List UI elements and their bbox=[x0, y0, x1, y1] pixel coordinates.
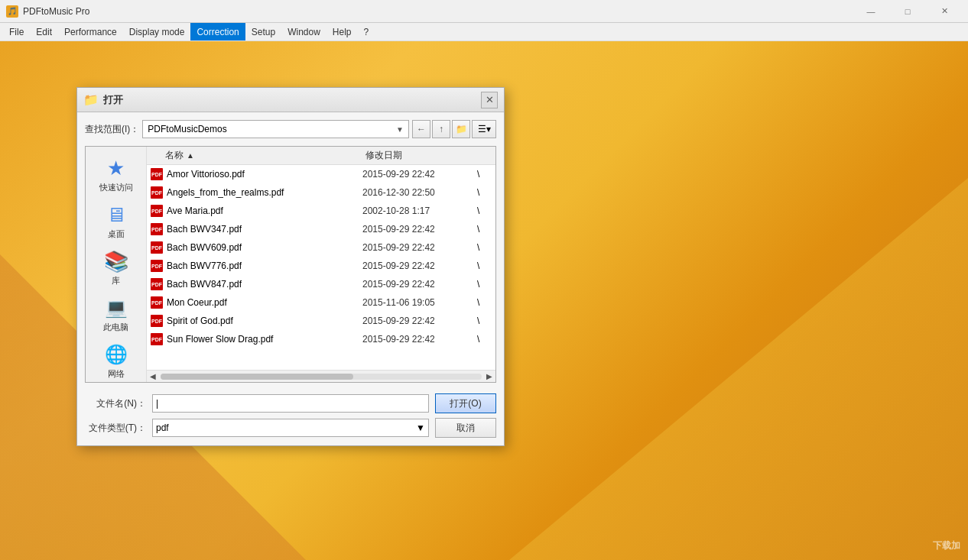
location-label: 查找范围(I)： bbox=[85, 123, 139, 136]
maximize-button[interactable]: □ bbox=[890, 0, 925, 23]
pdf-icon-4: PDF bbox=[150, 241, 164, 254]
desktop: 📁 打开 ✕ 查找范围(I)： PDFtoMusicDemos ▼ ← ↑ 📁 … bbox=[0, 41, 968, 560]
bottom-controls: 文件名(N)： 打开(O) 文件类型(T)： pdf ▼ 取消 bbox=[85, 393, 496, 438]
main-area: ★ 快速访问 🖥 桌面 📚 库 bbox=[85, 146, 496, 383]
file-date-7: 2015-11-06 19:05 bbox=[362, 297, 477, 308]
pdf-icon-8: PDF bbox=[150, 314, 164, 328]
file-item-4[interactable]: PDF Bach BWV609.pdf 2015-09-29 22:42 \ bbox=[147, 238, 495, 257]
file-name-8: Spirit of God.pdf bbox=[167, 316, 362, 326]
scroll-right-button[interactable]: ▶ bbox=[483, 371, 495, 383]
pdf-icon-3: PDF bbox=[150, 222, 164, 236]
title-bar: 🎵 PDFtoMusic Pro — □ ✕ bbox=[0, 0, 968, 23]
filename-row: 文件名(N)： 打开(O) bbox=[85, 393, 496, 413]
menu-bar: File Edit Performance Display mode Corre… bbox=[0, 23, 968, 41]
menu-help[interactable]: Help bbox=[326, 23, 358, 40]
network-label: 网络 bbox=[108, 368, 125, 380]
left-panel: ★ 快速访问 🖥 桌面 📚 库 bbox=[86, 147, 147, 382]
col-name-header[interactable]: 名称 ▲ bbox=[147, 149, 365, 162]
open-file-dialog: 📁 打开 ✕ 查找范围(I)： PDFtoMusicDemos ▼ ← ↑ 📁 … bbox=[76, 87, 505, 446]
pdf-icon-0: PDF bbox=[150, 167, 164, 181]
file-name-1: Angels_from_the_realms.pdf bbox=[167, 187, 362, 198]
network-item[interactable]: 🌐 网络 bbox=[89, 339, 143, 383]
file-list-scroll[interactable]: PDF Amor Vittorioso.pdf 2015-09-29 22:42… bbox=[147, 165, 495, 370]
file-name-9: Sun Flower Slow Drag.pdf bbox=[167, 334, 362, 345]
filetype-value: pdf bbox=[156, 422, 169, 433]
desktop-icon: 🖥 bbox=[104, 202, 128, 227]
file-name-2: Ave Maria.pdf bbox=[167, 206, 362, 216]
file-item-0[interactable]: PDF Amor Vittorioso.pdf 2015-09-29 22:42… bbox=[147, 165, 495, 183]
file-name-6: Bach BWV847.pdf bbox=[167, 279, 362, 290]
scroll-thumb[interactable] bbox=[161, 374, 353, 380]
window-controls: — □ ✕ bbox=[853, 0, 962, 23]
file-item-2[interactable]: PDF Ave Maria.pdf 2002-10-28 1:17 \ bbox=[147, 202, 495, 220]
file-item-5[interactable]: PDF Bach BWV776.pdf 2015-09-29 22:42 \ bbox=[147, 257, 495, 275]
menu-performance[interactable]: Performance bbox=[58, 23, 123, 40]
pdf-icon-7: PDF bbox=[150, 296, 164, 309]
menu-edit[interactable]: Edit bbox=[30, 23, 58, 40]
location-combo-value: PDFtoMusicDemos bbox=[148, 124, 226, 134]
minimize-button[interactable]: — bbox=[853, 0, 888, 23]
menu-correction[interactable]: Correction bbox=[190, 23, 245, 40]
nav-new-folder-button[interactable]: 📁 bbox=[452, 120, 470, 138]
col-date-header[interactable]: 修改日期 bbox=[365, 149, 480, 162]
pdf-icon-5: PDF bbox=[150, 259, 164, 273]
file-item-9[interactable]: PDF Sun Flower Slow Drag.pdf 2015-09-29 … bbox=[147, 330, 495, 348]
file-item-8[interactable]: PDF Spirit of God.pdf 2015-09-29 22:42 \ bbox=[147, 312, 495, 330]
quick-access-icon: ★ bbox=[104, 156, 128, 180]
location-combo[interactable]: PDFtoMusicDemos ▼ bbox=[142, 120, 409, 138]
library-item[interactable]: 📚 库 bbox=[89, 246, 143, 290]
file-date-2: 2002-10-28 1:17 bbox=[362, 206, 477, 216]
view-button[interactable]: ☰▾ bbox=[472, 120, 496, 138]
filename-label: 文件名(N)： bbox=[85, 397, 146, 410]
file-name-7: Mon Coeur.pdf bbox=[167, 297, 362, 308]
pdf-icon-9: PDF bbox=[150, 332, 164, 346]
file-date-5: 2015-09-29 22:42 bbox=[362, 261, 477, 271]
network-icon: 🌐 bbox=[104, 342, 128, 367]
file-list-header: 名称 ▲ 修改日期 bbox=[147, 147, 495, 165]
file-date-3: 2015-09-29 22:42 bbox=[362, 224, 477, 235]
file-name-3: Bach BWV347.pdf bbox=[167, 224, 362, 235]
file-item-7[interactable]: PDF Mon Coeur.pdf 2015-11-06 19:05 \ bbox=[147, 293, 495, 312]
desktop-label: 桌面 bbox=[108, 228, 125, 240]
scroll-left-button[interactable]: ◀ bbox=[147, 371, 159, 383]
filetype-combo[interactable]: pdf ▼ bbox=[152, 419, 429, 437]
pdf-icon-1: PDF bbox=[150, 186, 164, 199]
desktop-item[interactable]: 🖥 桌面 bbox=[89, 199, 143, 243]
file-item-6[interactable]: PDF Bach BWV847.pdf 2015-09-29 22:42 \ bbox=[147, 275, 495, 293]
cancel-button[interactable]: 取消 bbox=[435, 418, 496, 438]
close-button[interactable]: ✕ bbox=[927, 0, 962, 23]
file-item-1[interactable]: PDF Angels_from_the_realms.pdf 2016-12-3… bbox=[147, 183, 495, 202]
menu-window[interactable]: Window bbox=[281, 23, 326, 40]
dialog-close-button[interactable]: ✕ bbox=[481, 92, 498, 108]
location-bar: 查找范围(I)： PDFtoMusicDemos ▼ ← ↑ 📁 ☰▾ bbox=[85, 120, 496, 138]
menu-file[interactable]: File bbox=[3, 23, 30, 40]
dialog-icon: 📁 bbox=[83, 92, 99, 107]
file-date-6: 2015-09-29 22:42 bbox=[362, 279, 477, 290]
open-button[interactable]: 打开(O) bbox=[435, 393, 496, 413]
library-label: 库 bbox=[112, 275, 120, 286]
menu-setup[interactable]: Setup bbox=[245, 23, 281, 40]
computer-label: 此电脑 bbox=[103, 322, 128, 333]
nav-back-button[interactable]: ← bbox=[412, 120, 430, 138]
nav-up-button[interactable]: ↑ bbox=[432, 120, 450, 138]
file-item-3[interactable]: PDF Bach BWV347.pdf 2015-09-29 22:42 \ bbox=[147, 220, 495, 238]
filename-input[interactable] bbox=[152, 394, 429, 413]
menu-question[interactable]: ? bbox=[358, 23, 375, 40]
file-date-8: 2015-09-29 22:42 bbox=[362, 316, 477, 326]
file-list-area: 名称 ▲ 修改日期 PDF Amor Vittorioso.pdf 2015-0… bbox=[147, 147, 495, 382]
horizontal-scrollbar[interactable]: ◀ ▶ bbox=[147, 370, 495, 382]
dialog-body: 查找范围(I)： PDFtoMusicDemos ▼ ← ↑ 📁 ☰▾ bbox=[77, 112, 504, 445]
library-icon: 📚 bbox=[104, 249, 128, 274]
computer-icon: 💻 bbox=[104, 296, 128, 320]
quick-access-item[interactable]: ★ 快速访问 bbox=[89, 153, 143, 196]
file-name-5: Bach BWV776.pdf bbox=[167, 261, 362, 271]
nav-buttons: ← ↑ 📁 ☰▾ bbox=[412, 120, 496, 138]
bg-decoration-2 bbox=[509, 178, 968, 560]
dialog-title-bar: 📁 打开 ✕ bbox=[77, 88, 504, 112]
watermark: 下载加 bbox=[933, 539, 960, 552]
scroll-track bbox=[161, 374, 482, 380]
computer-item[interactable]: 💻 此电脑 bbox=[89, 293, 143, 336]
watermark-text: 下载加 bbox=[933, 540, 960, 551]
file-date-4: 2015-09-29 22:42 bbox=[362, 242, 477, 253]
menu-display-mode[interactable]: Display mode bbox=[123, 23, 191, 40]
